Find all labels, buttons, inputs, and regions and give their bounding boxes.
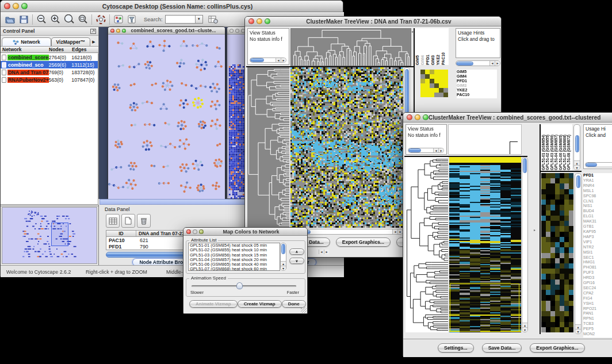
tv3-detail-heatmap[interactable] (541, 173, 573, 332)
column-label[interactable]: GIM5 (415, 55, 420, 65)
matrix-cell[interactable] (420, 70, 425, 74)
gene-label[interactable]: PAC10 (457, 93, 497, 97)
network-frame-1[interactable]: combined_scores_good.txt--cluste... (108, 26, 225, 199)
network-table-row[interactable]: combined_sco 2569(6) 13112(15) (1, 61, 98, 68)
gene-label[interactable]: PFD1 (583, 173, 612, 178)
scroll-left-icon[interactable]: ◂ (392, 229, 397, 234)
dense-network-view[interactable] (229, 64, 246, 199)
matrix-cell[interactable] (439, 93, 443, 97)
matrix-cell[interactable] (425, 70, 430, 74)
column-label[interactable]: PAC10 (441, 52, 446, 65)
matrix-cell[interactable] (430, 74, 434, 79)
gene-label[interactable]: TCB3 (583, 321, 612, 327)
network-view-canvas[interactable] (108, 35, 225, 199)
column-label[interactable]: GIM4 (420, 55, 426, 65)
matrix-cell[interactable] (425, 74, 430, 79)
matrix-cell[interactable] (430, 79, 434, 83)
matrix-cell[interactable] (434, 74, 439, 79)
column-header-network[interactable]: Network (1, 47, 49, 52)
gene-label[interactable]: RNR4 (583, 183, 612, 189)
view-status-h-scrollbar[interactable]: ◂▸ (408, 148, 444, 153)
gene-label[interactable]: CPA2 (583, 291, 612, 296)
attribute-browser-icon[interactable] (206, 13, 220, 26)
save-session-icon[interactable] (17, 13, 30, 26)
scroll-down-icon[interactable]: ▾ (574, 165, 580, 170)
tab-overflow-icon[interactable]: ▶ (90, 40, 97, 46)
matrix-cell[interactable] (425, 88, 430, 93)
open-session-icon[interactable] (3, 13, 17, 26)
gene-label[interactable]: NIS1 (583, 204, 612, 209)
matrix-cell[interactable] (425, 79, 430, 83)
network-overview-icon[interactable] (112, 13, 125, 26)
zoom-out-icon[interactable] (35, 13, 48, 26)
minimize-icon[interactable] (13, 3, 19, 9)
scroll-left-icon[interactable]: ◂ (276, 58, 281, 63)
gene-label[interactable]: YRA1 (583, 178, 612, 183)
gene-label[interactable]: RPN1 (583, 316, 612, 321)
matrix-cell[interactable] (439, 74, 443, 79)
scroll-right-icon[interactable]: ▸ (495, 61, 500, 66)
matrix-cell[interactable] (420, 93, 425, 97)
view-status-h-scrollbar[interactable]: ◂▸ (250, 58, 286, 63)
gene-label[interactable]: HMG1 (583, 260, 612, 265)
scroll-up-icon[interactable]: ▴ (575, 324, 581, 329)
tv1-usage-h-scrollbar[interactable]: ◂▸ (456, 60, 500, 66)
splitter-arrow-icon[interactable]: ▸ (534, 228, 536, 232)
scroll-down-icon[interactable]: ▾ (522, 327, 527, 332)
matrix-cell[interactable] (443, 70, 448, 74)
matrix-cell[interactable] (443, 74, 448, 79)
gene-label[interactable]: GIM5 (457, 70, 497, 74)
dialog-titlebar[interactable]: Map Colors to Network (183, 228, 307, 236)
close-icon[interactable] (186, 229, 191, 234)
new-attribute-icon[interactable] (121, 214, 135, 228)
filter-icon[interactable] (125, 13, 139, 26)
move-down-button[interactable]: ∨ (289, 258, 304, 264)
matrix-cell[interactable] (439, 83, 443, 88)
matrix-cell[interactable] (439, 88, 443, 93)
tv1-detail-heatmap[interactable] (420, 70, 448, 97)
matrix-cell[interactable] (443, 79, 448, 83)
tv1-global-heatmap[interactable] (290, 67, 403, 228)
matrix-cell[interactable] (439, 70, 443, 74)
matrix-cell[interactable] (430, 83, 434, 88)
usage-hints-h-scrollbar[interactable] (585, 162, 612, 167)
gene-label[interactable]: GPI16 (583, 281, 612, 286)
tab-vizmapper[interactable]: VizMapper™ (51, 37, 90, 46)
float-panel-icon[interactable] (90, 29, 96, 35)
zoom-window-icon[interactable] (21, 3, 28, 9)
dialog-button[interactable]: Create Vizmap (238, 300, 282, 308)
matrix-cell[interactable] (420, 79, 425, 83)
minimize-icon[interactable] (235, 29, 239, 33)
network-table-row[interactable]: combined_scores 2764(0) 16218(0) (1, 53, 98, 61)
attribute-list-item[interactable]: GPL51-07 (GSM868) heat shock 60 min (189, 267, 280, 271)
column-label[interactable]: GIM3 (431, 55, 436, 65)
animation-speed-slider-track[interactable] (192, 285, 296, 287)
matrix-cell[interactable] (430, 93, 434, 97)
matrix-cell[interactable] (430, 88, 434, 93)
column-label[interactable]: GPL51-06 (GSM865) (559, 135, 563, 170)
animation-speed-slider-thumb[interactable] (236, 282, 243, 289)
gene-label[interactable]: CLN1 (583, 199, 612, 204)
tv3-column-dendrogram-area[interactable] (448, 124, 522, 155)
help-lifebuoy-icon[interactable] (94, 13, 108, 26)
matrix-cell[interactable] (425, 83, 430, 88)
minimize-icon[interactable] (116, 29, 120, 33)
scroll-up-icon[interactable]: ▴ (574, 160, 580, 165)
close-icon[interactable] (230, 29, 234, 33)
scroll-left-icon[interactable]: ◂ (489, 61, 495, 66)
column-header-edges[interactable]: Edges (72, 47, 98, 52)
treeview-button[interactable]: Export Graphics... (530, 343, 584, 352)
frame1-titlebar[interactable]: combined_scores_good.txt--cluste... (108, 27, 225, 35)
scroll-right-icon[interactable]: ▸ (397, 229, 403, 234)
gene-label[interactable]: KAP95 (583, 229, 612, 235)
main-titlebar[interactable]: Cytoscape Desktop (Session Name: collins… (1, 1, 343, 12)
close-icon[interactable] (4, 3, 10, 9)
scroll-up-icon[interactable]: ▴ (522, 323, 527, 327)
gene-label[interactable]: SPC98 (583, 194, 612, 199)
treeview-button[interactable]: Export Graphics... (336, 237, 391, 247)
scroll-up-icon[interactable]: ▴ (281, 261, 286, 266)
column-label[interactable]: GPL51-08 (GSM872) (567, 135, 571, 170)
delete-attribute-icon[interactable] (137, 214, 151, 228)
column-label[interactable]: PFD1 (426, 55, 431, 65)
gene-label[interactable]: GIM3 (457, 83, 497, 88)
